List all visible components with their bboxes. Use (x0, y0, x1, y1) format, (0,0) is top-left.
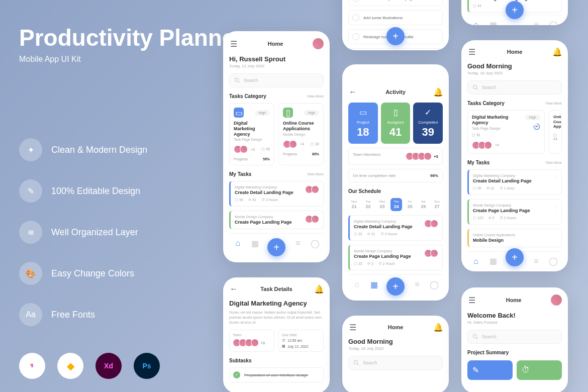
bell-icon[interactable]: 🔔 (434, 87, 443, 96)
stat-value: 18 (351, 126, 375, 139)
search-input[interactable]: Search (467, 80, 562, 94)
time-label: 2 Hours (383, 262, 396, 265)
hero-subtitle: Mobile App UI Kit (19, 55, 244, 64)
pen-icon: ✎ (19, 179, 42, 203)
home-icon[interactable]: ⌂ (352, 280, 361, 289)
search-input[interactable]: Search (348, 356, 443, 370)
page-title: Home (476, 49, 553, 55)
task-title: Digital Marketing Agency (229, 300, 324, 307)
doc-icon: ▭ (351, 108, 375, 117)
subtasks-screen: Create new style detail page Add some il… (342, 0, 449, 50)
fab-add[interactable]: + (506, 248, 524, 266)
profile-icon[interactable]: ◯ (549, 257, 558, 266)
task-item[interactable]: Online Course Applications Mobile Design (467, 229, 562, 247)
layers-icon: ≋ (19, 221, 42, 244)
card-title: Online Course Applications (283, 121, 319, 132)
avatars (424, 220, 438, 228)
home-icon[interactable]: ⌂ (471, 20, 480, 25)
category-card[interactable]: Digital Marketing Agency Task Page Desig… (467, 110, 545, 154)
cal-day[interactable]: Tue22 (362, 198, 373, 211)
bell-icon[interactable]: 🔔 (434, 323, 443, 332)
stat-project[interactable]: ▭Project18 (348, 103, 378, 144)
calendar-icon[interactable]: ▦ (488, 257, 498, 266)
calendar-icon[interactable]: ▦ (488, 20, 498, 25)
category-card[interactable]: ▯High Online Course Applications Mobile … (278, 103, 324, 165)
fab-add[interactable]: + (506, 1, 524, 19)
more-count: +3 (434, 154, 438, 159)
cal-day[interactable]: Fri25 (405, 198, 416, 211)
retry-count: 3 (371, 262, 373, 265)
task-item[interactable]: Digital Marketing Company Create Detail … (229, 181, 324, 207)
list-icon[interactable]: ≡ (532, 20, 541, 25)
stat-label: Project (351, 120, 375, 125)
view-more-link[interactable]: View More (545, 102, 562, 105)
category-card[interactable]: ▭High Digital Marketing Agency Task Page… (229, 103, 274, 165)
menu-icon[interactable]: ☰ (229, 39, 238, 48)
date-label: Today, 16 July 2022 (348, 346, 443, 351)
cal-day[interactable]: Mon21 (348, 198, 360, 211)
task-item[interactable]: Digital Marketing Company Create Detail … (348, 215, 443, 241)
svg-text:80%: 80% (535, 126, 538, 128)
cal-day-active[interactable]: Thu24 (390, 198, 402, 211)
bell-icon[interactable]: 🔔 (553, 47, 562, 56)
task-item[interactable]: Mobile Design Company Create Page Landin… (229, 211, 324, 229)
profile-icon[interactable]: ◯ (311, 239, 320, 248)
list-icon[interactable]: ≡ (532, 257, 541, 266)
search-icon (472, 333, 479, 340)
fab-add[interactable]: + (386, 27, 405, 45)
checkbox[interactable] (352, 33, 359, 40)
category-card-peek[interactable]: Online Course Application ▢ 43 (549, 110, 562, 154)
summary-card[interactable]: ⏱ (517, 360, 562, 380)
profile-icon[interactable]: ◯ (430, 280, 439, 289)
menu-icon[interactable]: ☰ (467, 47, 476, 56)
subtask-item[interactable]: Add some illustrations (348, 10, 443, 25)
hero-title: Productivity Planner (19, 25, 244, 51)
page-title: Activity (357, 89, 434, 95)
view-more-link[interactable]: View More (307, 94, 324, 98)
checkbox[interactable] (352, 0, 359, 2)
list-icon[interactable]: ≡ (293, 239, 303, 248)
cal-day[interactable]: Wed23 (376, 198, 388, 211)
cal-day[interactable]: Sat26 (418, 198, 429, 211)
calendar-icon[interactable]: ▦ (250, 239, 259, 248)
back-icon[interactable]: ← (348, 87, 357, 96)
stat-assigned[interactable]: ▯Assigned41 (381, 103, 411, 144)
bell-icon[interactable]: 🔔 (315, 284, 324, 293)
more-icon[interactable]: ⋮ (553, 174, 558, 179)
stat-completed[interactable]: ✓Completed39 (413, 103, 443, 144)
home-icon[interactable]: ⌂ (471, 257, 480, 266)
list-icon[interactable]: ≡ (413, 280, 422, 289)
comment-count: 23 (358, 262, 362, 265)
stat-label: Completed (416, 120, 440, 125)
task-item[interactable]: Mobile Design Company Create Page Landin… (467, 199, 562, 225)
menu-icon[interactable]: ☰ (348, 323, 357, 332)
tools-row: ◆ Xd Ps (19, 353, 160, 379)
menu-icon[interactable]: ☰ (467, 296, 476, 305)
task-item[interactable]: Digital Marketing Company Create Detail … (467, 169, 562, 195)
card-title: Digital Marketing Agency (472, 115, 525, 126)
more-icon[interactable]: ⋮ (553, 204, 558, 209)
back-icon[interactable]: ← (229, 284, 238, 293)
subtask-item[interactable]: Create new style detail page (348, 0, 443, 6)
avatar[interactable] (313, 38, 324, 49)
priority-badge: High (304, 110, 319, 116)
cal-day[interactable]: Sun27 (431, 198, 443, 211)
fab-add[interactable]: + (267, 238, 285, 256)
view-more-link[interactable]: View More (307, 172, 324, 176)
stat-label: Assigned (384, 120, 408, 125)
profile-icon[interactable]: ◯ (549, 20, 558, 25)
summary-card[interactable]: ✎ (467, 360, 513, 380)
search-input[interactable]: Search (467, 330, 562, 344)
search-placeholder: Search (482, 85, 497, 90)
view-more-link[interactable]: View More (545, 161, 562, 164)
avatar[interactable] (551, 295, 562, 306)
home-icon[interactable]: ⌂ (233, 239, 242, 248)
checkbox[interactable] (352, 14, 359, 21)
task-item[interactable]: Mobile Design Company Create Page Landin… (348, 245, 443, 270)
fab-add[interactable]: + (386, 277, 405, 296)
comment-count: 90 (239, 198, 243, 202)
time-label: 2 Hours (504, 216, 516, 220)
subtask-item[interactable]: ✓Preparation of user interface design (229, 367, 324, 382)
calendar-icon[interactable]: ▦ (369, 280, 378, 289)
search-input[interactable]: Search (229, 73, 324, 87)
